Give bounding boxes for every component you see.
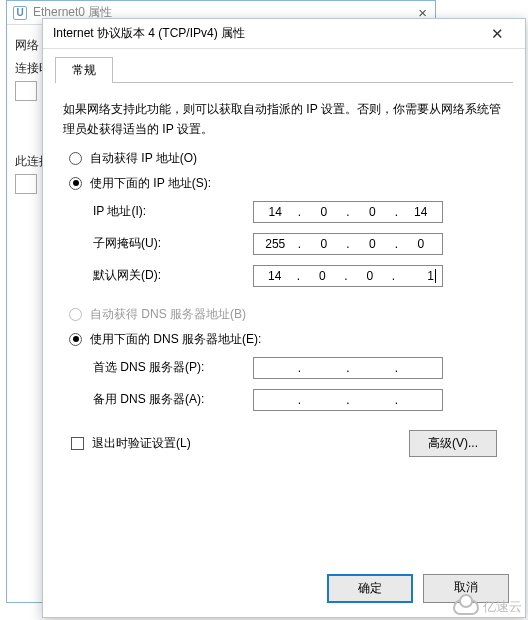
label-alternate-dns: 备用 DNS 服务器(A):: [93, 391, 253, 408]
dialog-description: 如果网络支持此功能，则可以获取自动指派的 IP 设置。否则，你需要从网络系统管理…: [55, 83, 513, 146]
input-ip-address[interactable]: 14. 0. 0. 14: [253, 201, 443, 223]
watermark: 亿速云: [453, 598, 522, 616]
cloud-icon: [453, 599, 479, 615]
row-ip-address: IP 地址(I): 14. 0. 0. 14: [57, 196, 511, 228]
close-icon[interactable]: ✕: [479, 25, 515, 43]
label-subnet-mask: 子网掩码(U):: [93, 235, 253, 252]
radio-icon: [69, 177, 82, 190]
row-alternate-dns: 备用 DNS 服务器(A): . . .: [57, 384, 511, 416]
label-ip-address: IP 地址(I):: [93, 203, 253, 220]
radio-icon: [69, 308, 82, 321]
tab-strip: 常规: [55, 57, 513, 83]
dialog-title: Internet 协议版本 4 (TCP/IPv4) 属性: [53, 25, 479, 42]
input-default-gateway[interactable]: 14. 0. 0. 1: [253, 265, 443, 287]
radio-dns-manual-label: 使用下面的 DNS 服务器地址(E):: [90, 331, 261, 348]
radio-icon: [69, 333, 82, 346]
radio-dns-auto: 自动获得 DNS 服务器地址(B): [55, 302, 513, 327]
radio-ip-manual[interactable]: 使用下面的 IP 地址(S):: [55, 171, 513, 196]
radio-icon: [69, 152, 82, 165]
row-preferred-dns: 首选 DNS 服务器(P): . . .: [57, 352, 511, 384]
input-subnet-mask[interactable]: 255. 0. 0. 0: [253, 233, 443, 255]
radio-ip-auto-label: 自动获得 IP 地址(O): [90, 150, 197, 167]
row-default-gateway: 默认网关(D): 14. 0. 0. 1: [57, 260, 511, 292]
tab-general[interactable]: 常规: [55, 57, 113, 83]
radio-ip-manual-label: 使用下面的 IP 地址(S):: [90, 175, 211, 192]
radio-dns-auto-label: 自动获得 DNS 服务器地址(B): [90, 306, 246, 323]
input-preferred-dns[interactable]: . . .: [253, 357, 443, 379]
text-cursor: [435, 269, 436, 283]
row-subnet-mask: 子网掩码(U): 255. 0. 0. 0: [57, 228, 511, 260]
label-default-gateway: 默认网关(D):: [93, 267, 253, 284]
checkbox-validate-on-exit[interactable]: [71, 437, 84, 450]
bg-item-chip: [15, 174, 37, 194]
adapter-icon: U: [13, 6, 27, 20]
ipv4-properties-dialog: Internet 协议版本 4 (TCP/IPv4) 属性 ✕ 常规 如果网络支…: [42, 18, 526, 618]
label-validate-on-exit: 退出时验证设置(L): [92, 435, 191, 452]
ok-button[interactable]: 确定: [327, 574, 413, 603]
dialog-titlebar: Internet 协议版本 4 (TCP/IPv4) 属性 ✕: [43, 19, 525, 49]
watermark-text: 亿速云: [483, 598, 522, 616]
bg-adapter-chip: [15, 81, 37, 101]
radio-ip-auto[interactable]: 自动获得 IP 地址(O): [55, 146, 513, 171]
label-preferred-dns: 首选 DNS 服务器(P):: [93, 359, 253, 376]
input-alternate-dns[interactable]: . . .: [253, 389, 443, 411]
radio-dns-manual[interactable]: 使用下面的 DNS 服务器地址(E):: [55, 327, 513, 352]
advanced-button[interactable]: 高级(V)...: [409, 430, 497, 457]
